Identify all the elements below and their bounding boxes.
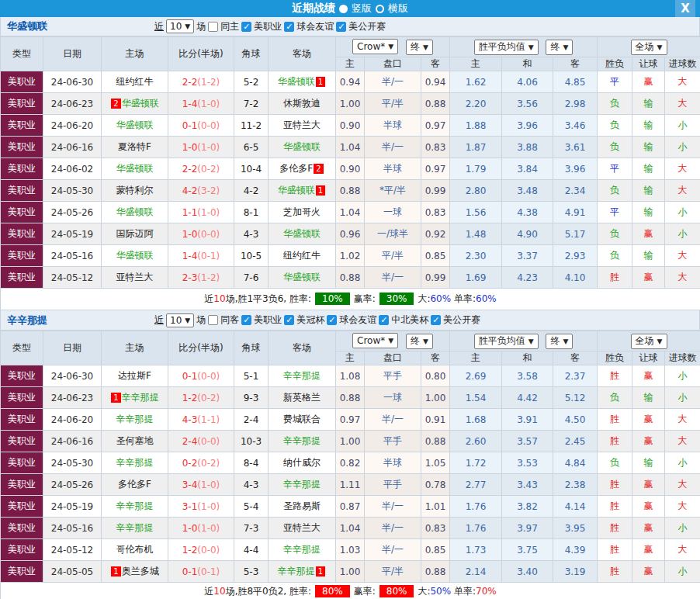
- league-type-cell: 美职业: [1, 409, 43, 431]
- score-cell: 1-2(0-0): [168, 539, 234, 561]
- filter-bar: 近10▼场同客美职业美冠杯球会友谊中北美杯美公开赛: [154, 313, 480, 327]
- games-count-select[interactable]: 10▼: [166, 313, 194, 327]
- league-checkbox[interactable]: [241, 315, 251, 325]
- winloss-result-cell: 胜: [598, 409, 632, 431]
- full-score: 1-2: [182, 545, 198, 556]
- same-venue-checkbox[interactable]: [208, 315, 218, 325]
- asia-away-odds-cell: 0.97: [421, 158, 450, 180]
- odds-time-select[interactable]: 终▼: [406, 334, 433, 349]
- europe-odds-select[interactable]: 胜平负均值▼: [474, 334, 539, 349]
- scope-select[interactable]: 全场▼: [631, 40, 667, 55]
- team-name: 国际迈阿: [116, 228, 154, 239]
- team-name: 蒙特利尔: [116, 185, 154, 196]
- score-cell: 1-0(1-0): [168, 518, 234, 539]
- goals-result-cell: 小: [665, 202, 700, 223]
- euro-home-odds-cell: 2.77: [450, 474, 502, 496]
- scope-select[interactable]: 全场▼: [631, 334, 667, 349]
- score-cell: 1-0(1-0): [168, 137, 234, 158]
- goals-result-cell: 小: [665, 561, 700, 583]
- handicap-value: 平手: [383, 370, 402, 381]
- full-score: 2-4: [182, 436, 198, 447]
- score-cell: 3-4(1-0): [168, 474, 234, 496]
- half-score: (0-0): [197, 229, 220, 240]
- home-team-cell: 1辛辛那提: [102, 387, 168, 409]
- euro-home-odds-cell: 2.80: [450, 180, 502, 202]
- score-cell: 4-2(3-2): [168, 180, 234, 202]
- table-row: 美职业24-05-19辛辛那提3-1(1-0)5-4圣路易斯0.87半/一1.0…: [1, 496, 700, 518]
- league-checkbox[interactable]: [336, 22, 346, 32]
- home-team-cell: 辛辛那提: [102, 518, 168, 539]
- games-count-value: 10: [170, 315, 182, 326]
- league-checkbox[interactable]: [431, 315, 441, 325]
- corner-cell: 11-2: [234, 115, 269, 137]
- team-name: 新英格兰: [283, 392, 321, 403]
- summary-text: 60%: [476, 293, 497, 304]
- half-score: (3-2): [197, 185, 220, 196]
- handicap-value: 平/半: [382, 98, 404, 109]
- match-date-cell: 24-05-12: [43, 539, 102, 561]
- corner-cell: 10-4: [234, 158, 269, 180]
- full-score: 1-4: [182, 99, 198, 109]
- odds-time-select[interactable]: 终▼: [406, 40, 433, 55]
- europe-time-select[interactable]: 终▼: [546, 40, 573, 55]
- recent-matches-table: 类型 日期 主场 比分(半场) 角球 客场 Crow*▼ 终▼ 胜平负均值▼ 终…: [0, 331, 700, 599]
- europe-odds-select[interactable]: 胜平负均值▼: [474, 40, 539, 55]
- letgoal-result-cell: 赢: [632, 518, 665, 539]
- europe-time-select[interactable]: 终▼: [546, 334, 573, 349]
- asia-away-odds-cell: 0.88: [421, 561, 450, 583]
- games-count-select[interactable]: 10▼: [166, 19, 194, 33]
- match-date-cell: 24-05-12: [43, 267, 102, 289]
- asia-away-odds-cell: 0.78: [421, 474, 450, 496]
- handicap-cell: 平手: [365, 474, 421, 496]
- team-name: 辛辛那提: [116, 500, 154, 511]
- league-checkbox[interactable]: [284, 22, 294, 32]
- horizontal-layout-label[interactable]: 横版: [388, 2, 408, 16]
- league-checkbox[interactable]: [284, 315, 294, 325]
- sub-home: 主: [336, 351, 365, 365]
- league-checkbox[interactable]: [241, 22, 251, 32]
- horizontal-layout-radio[interactable]: [376, 5, 384, 13]
- league-checkbox[interactable]: [379, 315, 389, 325]
- corner-cell: 7-3: [234, 518, 269, 539]
- home-team-cell: 达拉斯F: [102, 365, 168, 387]
- asian-odds-header: Crow*▼ 终▼: [336, 37, 450, 57]
- asia-away-odds-cell: 1.05: [421, 452, 450, 474]
- goals-result-cell: 小: [665, 137, 700, 158]
- same-venue-checkbox[interactable]: [208, 22, 218, 32]
- odds-provider-select[interactable]: Crow*▼: [352, 333, 398, 348]
- recent-link[interactable]: 近: [154, 20, 164, 33]
- sub-away: 客: [421, 351, 450, 365]
- red-card-badge: 1: [316, 185, 325, 196]
- odds-provider-select[interactable]: Crow*▼: [352, 39, 398, 54]
- handicap-cell: 半/一: [365, 496, 421, 518]
- euro-home-odds-cell: 1.54: [450, 387, 502, 409]
- full-score: 1-1: [182, 207, 198, 218]
- score-cell: 1-2(0-2): [168, 387, 234, 409]
- recent-link[interactable]: 近: [154, 313, 164, 327]
- goals-result-cell: 小: [665, 223, 700, 245]
- close-icon[interactable]: X: [675, 0, 695, 17]
- full-score: 4-2: [182, 185, 198, 196]
- asia-win-rate-badge: 30%: [379, 293, 414, 305]
- asia-away-odds-cell: 0.99: [421, 267, 450, 289]
- score-cell: 2-2(1-2): [168, 71, 234, 93]
- handicap-value: 平/半: [382, 250, 404, 261]
- league-type-cell: 美职业: [1, 180, 43, 202]
- team-name: 华盛顿联: [122, 98, 159, 109]
- team-name: 华盛顿联: [283, 228, 321, 239]
- euro-draw-odds-cell: 3.43: [502, 474, 553, 496]
- asia-home-odds-cell: 1.00: [336, 561, 365, 583]
- away-team-cell: 辛辛那提1: [269, 561, 336, 583]
- asia-home-odds-cell: 1.11: [336, 474, 365, 496]
- asia-away-odds-cell: 0.91: [421, 409, 450, 431]
- letgoal-result-cell: 输: [632, 93, 665, 115]
- team-name: 亚特兰大: [116, 272, 154, 282]
- corner-cell: 8-1: [234, 202, 269, 223]
- away-team-cell: 辛辛那提: [269, 431, 336, 452]
- table-row: 美职业24-05-16华盛顿联1-4(0-1)10-5纽约红牛1.02平/半0.…: [1, 245, 700, 267]
- winloss-result-cell: 胜: [598, 539, 632, 561]
- league-checkbox[interactable]: [327, 315, 337, 325]
- handicap-cell: 一球: [365, 387, 421, 409]
- vertical-layout-radio[interactable]: [339, 5, 348, 13]
- vertical-layout-label[interactable]: 竖版: [352, 2, 372, 16]
